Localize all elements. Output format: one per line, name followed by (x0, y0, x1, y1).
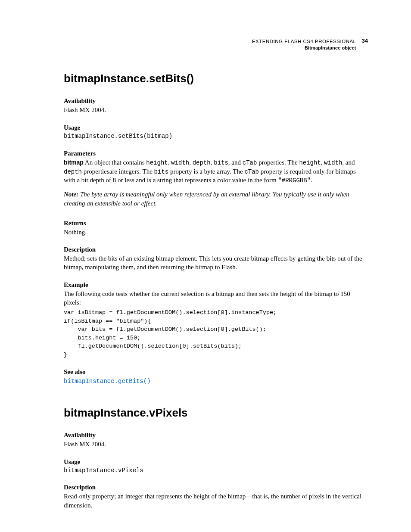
param-code-height: height (146, 159, 168, 166)
param-code-depth: depth (193, 159, 211, 166)
description-text-1: Method; sets the bits of an existing bit… (64, 254, 368, 272)
param-sep6: , and (342, 159, 355, 166)
param-code-height2: height (299, 159, 321, 166)
param-code-rgb: "#RRGGBB" (278, 177, 311, 184)
availability-label-2: Availability (64, 432, 368, 439)
description-label-1: Description (64, 246, 368, 253)
description-label-2: Description (64, 484, 368, 491)
note-paragraph: Note: The byte array is meaningful only … (64, 190, 368, 208)
header-text-block: EXTENDING FLASH CS4 PROFESSIONAL BitmapI… (252, 38, 359, 51)
param-code-width2: width (324, 159, 342, 166)
note-text: The byte array is meaningful only when r… (64, 191, 349, 206)
seealso-link[interactable]: bitmapInstance.getBits() (64, 378, 151, 385)
note-label: Note: (64, 191, 80, 198)
usage-label-1: Usage (64, 124, 368, 131)
page-number: 34 (359, 38, 368, 44)
header-title: EXTENDING FLASH CS4 PROFESSIONAL (252, 38, 356, 45)
example-code: var isBitmap = fl.getDocumentDOM().selec… (64, 308, 368, 359)
param-text-1b: properties. The (257, 159, 299, 166)
availability-text-1: Flash MX 2004. (64, 106, 368, 114)
param-sep2: , (189, 159, 193, 166)
header-subtitle: BitmapInstance object (252, 45, 356, 51)
param-code-bits: bits (214, 159, 228, 166)
usage-label-2: Usage (64, 458, 368, 466)
example-label: Example (64, 281, 368, 289)
availability-label-1: Availability (64, 97, 368, 105)
returns-label: Returns (64, 220, 368, 227)
param-text-1a: An object that contains (84, 159, 146, 166)
availability-text-2: Flash MX 2004. (64, 440, 368, 448)
parameters-label: Parameters (64, 150, 368, 157)
description-text-2: Read-only property; an integer that repr… (64, 492, 368, 510)
param-name: bitmap (64, 159, 84, 166)
param-text-2b: property is a byte array. The (168, 168, 244, 175)
param-code-width: width (171, 159, 189, 166)
usage-code-2: bitmapInstance.vPixels (64, 467, 368, 475)
param-code-ctab: cTab (243, 159, 257, 166)
section2-heading: bitmapInstance.vPixels (64, 406, 368, 420)
usage-code-1: bitmapInstance.setBits(bitmap) (64, 132, 368, 140)
param-text-2d: . (311, 177, 312, 184)
section1-heading: bitmapInstance.setBits() (64, 72, 368, 85)
param-code-depth2: depth (64, 168, 82, 175)
seealso-para: bitmapInstance.getBits() (64, 376, 368, 386)
param-text-2a: propertiesare integers. The (82, 168, 154, 175)
param-code-bits2: bits (154, 168, 169, 175)
example-text: The following code tests whether the cur… (64, 289, 368, 307)
seealso-label: See also (64, 368, 368, 376)
page-header: EXTENDING FLASH CS4 PROFESSIONAL BitmapI… (64, 38, 368, 51)
param-sep4: , and (228, 159, 243, 166)
parameters-paragraph: bitmap An object that contains height, w… (64, 158, 368, 185)
param-code-ctab2: cTab (244, 168, 259, 175)
page-container: EXTENDING FLASH CS4 PROFESSIONAL BitmapI… (0, 0, 411, 532)
returns-text: Nothing. (64, 228, 368, 236)
